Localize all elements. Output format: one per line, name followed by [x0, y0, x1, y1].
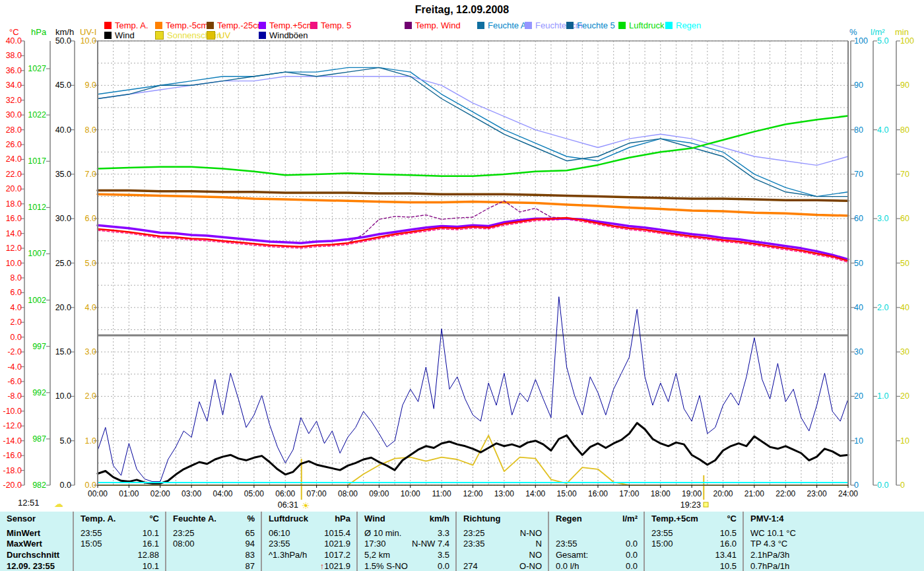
x-tick-label: 12:00 [463, 489, 482, 498]
axis-tick-label: 15.0 [55, 347, 71, 356]
weather-day-chart-screen: Freitag, 12.09.2008 Temp. A.Temp.-5cmTem… [0, 0, 924, 571]
table-header-unit: °C [727, 512, 737, 527]
table-cell-value: 10.1 [143, 560, 159, 571]
table-cell: NO [457, 549, 548, 560]
table-cell-left: 23:35 [463, 537, 485, 549]
axis-tick-label: 50 [854, 259, 863, 268]
axis-tick-label: 50.0 [55, 36, 71, 46]
table-header-name: Regen [556, 512, 582, 527]
table-cell: 12.09. 23:55 [0, 560, 73, 571]
axis-tick-label: 80 [900, 125, 909, 135]
axis-tick-label: 10.0 [55, 391, 71, 401]
table-cell: 5,2 km3.5 [358, 549, 455, 560]
axis-tick-label: 34.0 [6, 81, 22, 90]
table-cell: 06:101015.4 [262, 527, 356, 538]
table-header: Temp. A.°C [74, 512, 165, 527]
sunrise-time: 06:31 [278, 500, 298, 510]
table-cell-value: 16.1 [143, 537, 159, 549]
table-cell-left: 23:55 [651, 527, 673, 538]
axis-tick-label: 100 [900, 36, 914, 46]
axis-tick-label: 45.0 [55, 81, 71, 90]
x-tick-label: 01:00 [119, 489, 139, 498]
axis-tick-label: 70 [854, 170, 863, 179]
table-cell: MaxWert [0, 537, 73, 549]
table-cell: 23:550.0 [549, 537, 644, 549]
axis-tick-label: 997 [32, 342, 46, 351]
table-cell-left: 12.09. 23:55 [7, 560, 55, 571]
table-column-pmv-1-4: PMV-1:4WC 10.1 °CTP 4.3 °C2.1hPa/3h0.7hP… [742, 512, 924, 571]
axis-tick-label: 16.0 [6, 214, 22, 223]
table-cell: 23:35N [457, 537, 548, 549]
table-cell: 08:0094 [166, 537, 261, 549]
axis-unit-min: min [895, 27, 909, 37]
axis-tick-label: -10.0 [3, 407, 22, 416]
axis-tick-label: -8.0 [7, 391, 22, 401]
table-cell-left: 23:55 [556, 537, 578, 549]
axis-tick-label: 2.0 [11, 318, 22, 327]
table-cell-left: 23:25 [173, 527, 195, 538]
table-column-regen: Regenl/m²23:550.0Gesamt:0.00.0 l/h0.0 [548, 512, 644, 571]
table-column-sensor: SensorMinWertMaxWertDurchschnitt12.09. 2… [0, 512, 73, 571]
x-tick-label: 21:00 [744, 489, 764, 498]
table-cell-value: NO [529, 549, 543, 560]
axis-tick-label: 5.0 [85, 259, 96, 268]
table-cell: 23:25N-NO [457, 527, 548, 538]
axis-tick-label: 2.0 [85, 391, 96, 401]
axis-tick-label: 26.0 [6, 140, 22, 149]
axis-tick-label: 1.0 [85, 436, 96, 446]
sunrise-icon: ☀ [302, 500, 310, 511]
table-cell-value: 1015.4 [324, 527, 350, 538]
table-cell-left: 23:25 [463, 527, 485, 538]
table-cell-value: 1021.9 [324, 537, 350, 549]
x-tick-label: 16:00 [588, 489, 608, 498]
table-column-richtung: Richtung23:25N-NO23:35NNO274O-NO [455, 512, 548, 571]
x-tick-label: 17:00 [619, 489, 639, 498]
sunset-icon [704, 502, 708, 507]
axis-tick-label: -16.0 [3, 451, 22, 460]
axis-tick-label: 1027 [28, 64, 46, 73]
x-tick-label: 10:00 [401, 489, 420, 498]
table-cell-value: 87 [246, 560, 255, 571]
table-cell [549, 527, 644, 538]
axis-tick-label: 14.0 [6, 229, 22, 238]
axis-tick-label: 1022 [28, 110, 46, 119]
axis-tick-label: 9.0 [85, 81, 96, 90]
x-tick-label: 07:00 [307, 489, 327, 498]
table-cell-left: 5,2 km [364, 549, 390, 560]
table-header: PMV-1:4 [744, 512, 924, 527]
table-cell-left: 274 [463, 560, 478, 571]
x-tick-label: 08:00 [338, 489, 358, 498]
table-header-name: Richtung [463, 512, 500, 527]
axis-tick-label: 1002 [28, 296, 46, 305]
axis-tick-label: 60 [854, 214, 863, 223]
axis-tick-label: 30 [900, 347, 909, 356]
table-cell: TP 4.3 °C [744, 537, 924, 549]
axis-tick-label: 3.0 [877, 214, 888, 223]
axis-tick-label: 32.0 [6, 96, 22, 105]
axis-tick-label: 60 [900, 214, 909, 223]
axis-tick-label: 4.0 [877, 125, 888, 135]
table-cell-left: 23:55 [269, 537, 290, 549]
x-tick-label: 23:00 [807, 489, 827, 498]
table-cell-value: 83 [246, 549, 255, 560]
axis-tick-label: 10 [900, 436, 909, 446]
table-column-temp-a-: Temp. A.°C23:5510.115:0516.112.8810.1 [73, 512, 165, 571]
table-cell-value: 10.1 [143, 527, 159, 538]
table-cell-value: 0.0 [626, 537, 638, 549]
axis-tick-label: 90 [854, 81, 863, 90]
table-cell-left: Gesamt: [556, 549, 588, 560]
axis-tick-label: 0.0 [85, 481, 96, 490]
table-cell: Ø 10 min.3.3 [358, 527, 455, 538]
x-tick-label: 05:00 [244, 489, 264, 498]
table-header-unit: hPa [335, 512, 350, 527]
x-tick-label: 18:00 [651, 489, 671, 498]
axis-tick-label: 20.0 [6, 184, 22, 193]
table-cell: ↑1021.9 [262, 560, 356, 571]
table-cell-left: TP 4.3 °C [750, 537, 787, 549]
table-cell-left: Durchschnitt [7, 549, 59, 560]
axis-tick-label: 25.0 [55, 259, 71, 268]
axis-tick-label: 992 [32, 388, 46, 397]
x-tick-label: 20:00 [713, 489, 733, 498]
table-cell-value: 1017.2 [324, 549, 350, 560]
table-cell-left: 23:55 [81, 527, 102, 538]
